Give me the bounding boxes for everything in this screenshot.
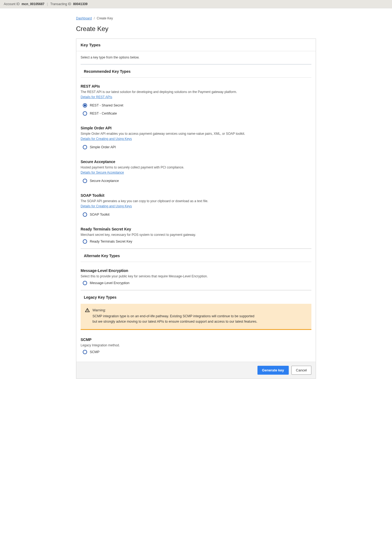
radio-label: Ready Terminals Secret Key: [90, 240, 132, 243]
svg-point-1: [87, 311, 88, 312]
panel-footer: Generate key Cancel: [76, 362, 316, 378]
radio-label: Secure Acceptance: [90, 179, 119, 183]
ready-terminals-heading: Ready Terminals Secret Key: [81, 227, 311, 231]
divider: [81, 64, 311, 64]
page-title: Create Key: [76, 25, 316, 33]
group-soap-toolkit: SOAP Toolkit The SOAP API generates a ke…: [81, 191, 311, 224]
radio-secure-acceptance[interactable]: Secure Acceptance: [83, 179, 311, 183]
radio-rest-shared-secret[interactable]: REST - Shared Secret: [83, 103, 311, 108]
legacy-section-title: Legacy Key Types: [81, 294, 311, 302]
breadcrumb: Dashboard / Create Key: [76, 16, 316, 20]
radio-label: SCMP: [90, 350, 99, 354]
alternate-section-title: Alternate Key Types: [81, 252, 311, 261]
radio-icon: [83, 111, 87, 116]
separator: |: [47, 2, 48, 6]
radio-label: REST - Shared Secret: [90, 104, 123, 107]
account-id-value: mcn_00105687: [22, 2, 44, 6]
mle-desc: Select this to provide your public key f…: [81, 274, 311, 279]
rest-desc: The REST API is our latest solution for …: [81, 89, 311, 94]
breadcrumb-dashboard-link[interactable]: Dashboard: [76, 16, 92, 20]
secure-acceptance-heading: Secure Acceptance: [81, 160, 311, 164]
radio-icon: [83, 179, 87, 183]
radio-label: Simple Order API: [90, 145, 116, 149]
divider: [81, 77, 311, 78]
simple-order-heading: Simple Order API: [81, 126, 311, 130]
transacting-id-value: 80041339: [73, 2, 87, 6]
group-scmp: SCMP Legacy Integration method. SCMP: [81, 335, 311, 362]
warning-title: Warning:: [92, 308, 260, 313]
recommended-section-title: Recommended Key Types: [81, 68, 311, 76]
soap-desc: The SOAP API generates a key you can cop…: [81, 199, 311, 204]
radio-soap-toolkit[interactable]: SOAP Toolkit: [83, 212, 311, 217]
cancel-button[interactable]: Cancel: [291, 366, 311, 375]
radio-label: Message-Level Encryption: [90, 281, 129, 285]
radio-label: SOAP Toolkit: [90, 213, 109, 216]
scmp-heading: SCMP: [81, 337, 311, 342]
secure-acceptance-details-link[interactable]: Details for Secure Acceptance: [81, 171, 124, 174]
radio-icon: [83, 103, 87, 108]
radio-mle[interactable]: Message-Level Encryption: [83, 281, 311, 285]
rest-details-link[interactable]: Details for REST APIs: [81, 95, 112, 99]
radio-scmp[interactable]: SCMP: [83, 350, 311, 354]
secure-acceptance-desc: Hosted payment forms to securely collect…: [81, 165, 311, 170]
generate-key-button[interactable]: Generate key: [257, 366, 289, 375]
scmp-desc: Legacy Integration method.: [81, 343, 311, 348]
radio-simple-order[interactable]: Simple Order API: [83, 145, 311, 149]
group-simple-order: Simple Order API Simple Order API enable…: [81, 123, 311, 157]
warning-icon: [85, 308, 90, 313]
radio-icon: [83, 145, 87, 149]
key-types-panel: Key Types Select a key type from the opt…: [76, 39, 316, 379]
warning-body: SCMP integration type is on an end-of-li…: [92, 314, 257, 323]
radio-label: REST - Certificate: [90, 112, 117, 115]
group-secure-acceptance: Secure Acceptance Hosted payment forms t…: [81, 157, 311, 191]
instruction-text: Select a key type from the options below…: [81, 56, 311, 59]
breadcrumb-separator: /: [94, 16, 95, 20]
rest-heading: REST APIs: [81, 84, 311, 88]
account-header-bar: Account ID mcn_00105687 | Transacting ID…: [0, 0, 392, 8]
simple-order-details-link[interactable]: Details for Creating and Using Keys: [81, 137, 132, 141]
panel-header: Key Types: [76, 39, 316, 51]
soap-heading: SOAP Toolkit: [81, 193, 311, 198]
divider: [81, 249, 311, 249]
radio-icon: [83, 281, 87, 285]
radio-icon: [83, 212, 87, 217]
ready-terminals-desc: Merchant secret key, necessary for POS s…: [81, 232, 311, 237]
radio-rest-certificate[interactable]: REST - Certificate: [83, 111, 311, 116]
warning-text: Warning: SCMP integration type is on an …: [92, 308, 260, 324]
group-ready-terminals: Ready Terminals Secret Key Merchant secr…: [81, 224, 311, 249]
warning-banner: Warning: SCMP integration type is on an …: [81, 304, 311, 330]
transacting-id-label: Transacting ID: [50, 2, 71, 6]
divider: [81, 262, 311, 262]
group-mle: Message-Level Encryption Select this to …: [81, 266, 311, 290]
simple-order-desc: Simple Order API enables you to access p…: [81, 131, 311, 136]
soap-details-link[interactable]: Details for Creating and Using Keys: [81, 204, 132, 208]
radio-ready-terminals[interactable]: Ready Terminals Secret Key: [83, 239, 311, 244]
account-id-label: Account ID: [4, 2, 20, 6]
radio-icon: [83, 239, 87, 244]
radio-icon: [83, 350, 87, 354]
breadcrumb-current: Create Key: [97, 16, 113, 20]
divider: [81, 290, 311, 290]
mle-heading: Message-Level Encryption: [81, 268, 311, 273]
group-rest-apis: REST APIs The REST API is our latest sol…: [81, 81, 311, 123]
